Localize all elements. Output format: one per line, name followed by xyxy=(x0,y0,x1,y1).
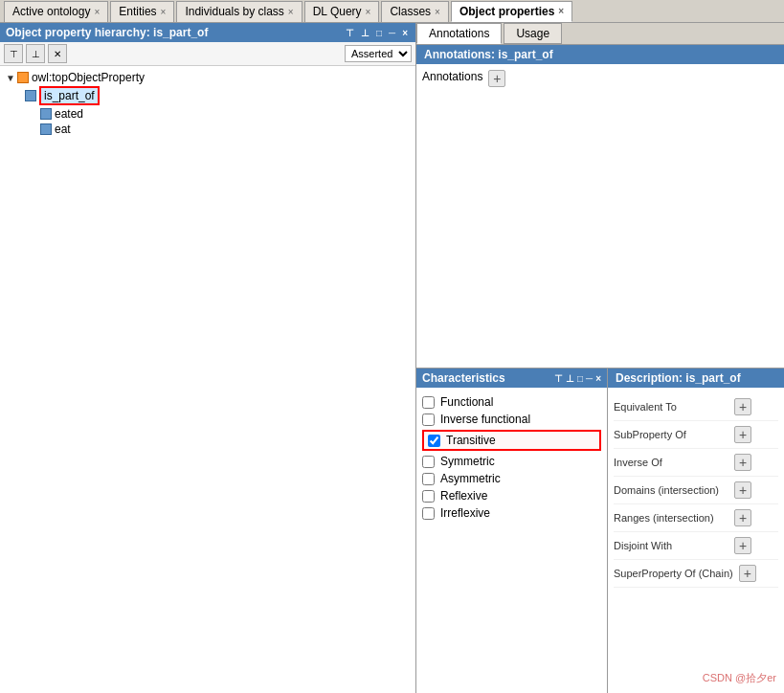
watermark: CSDN @拾夕er xyxy=(703,671,776,685)
char-item-symmetric: Symmetric xyxy=(422,455,601,468)
desc-row-ranges: Ranges (intersection) + xyxy=(614,504,778,532)
tree-item-eat[interactable]: eat xyxy=(4,122,412,137)
functional-checkbox[interactable] xyxy=(422,396,435,409)
desc-content: Equivalent To + SubProperty Of + Inverse… xyxy=(608,388,784,693)
annotations-header: Annotations: is_part_of xyxy=(416,45,784,64)
tree-label: eat xyxy=(55,123,71,136)
remove-property-button[interactable]: ⊥ xyxy=(26,44,45,63)
tab-bar: Active ontology × Entities × Individuals… xyxy=(0,0,784,23)
add-equivalent-button[interactable]: + xyxy=(734,398,751,415)
main-layout: Object property hierarchy: is_part_of ⊤ … xyxy=(0,23,784,693)
desc-row-disjoint: Disjoint With + xyxy=(614,532,778,560)
tab-usage[interactable]: Usage xyxy=(504,23,562,44)
tab-classes[interactable]: Classes × xyxy=(381,1,449,22)
desc-label-equivalent: Equivalent To xyxy=(614,401,728,413)
inverse-functional-label: Inverse functional xyxy=(440,413,530,426)
close-icon[interactable]: × xyxy=(94,7,100,17)
asymmetric-checkbox[interactable] xyxy=(422,473,435,485)
add-annotation-button[interactable]: + xyxy=(488,70,505,87)
annotations-tab-bar: Annotations Usage xyxy=(416,23,784,45)
desc-label-ranges: Ranges (intersection) xyxy=(614,512,728,524)
symmetric-label: Symmetric xyxy=(440,455,495,468)
char-icon1[interactable]: ⊤ xyxy=(554,373,563,384)
close-icon[interactable]: × xyxy=(161,7,167,17)
char-item-inverse-functional: Inverse functional xyxy=(422,413,601,426)
tab-entities[interactable]: Entities × xyxy=(110,1,174,22)
annotations-label: Annotations xyxy=(422,70,482,83)
property-tree: ▼ owl:topObjectProperty is_part_of eated… xyxy=(0,66,415,693)
add-subproperty-of-button[interactable]: + xyxy=(734,426,751,443)
tree-item-eated[interactable]: eated xyxy=(4,106,412,122)
left-panel-header: Object property hierarchy: is_part_of ⊤ … xyxy=(0,23,415,42)
char-item-functional: Functional xyxy=(422,395,601,409)
desc-header: Description: is_part_of xyxy=(608,369,784,388)
desc-label-subproperty: SubProperty Of xyxy=(614,429,728,440)
toggle-icon: ▼ xyxy=(6,73,15,83)
add-subproperty-button[interactable]: ⊤ xyxy=(4,44,23,63)
tab-individuals-by-class[interactable]: Individuals by class × xyxy=(176,1,302,22)
reflexive-checkbox[interactable] xyxy=(422,490,435,503)
close-icon[interactable]: × xyxy=(366,7,371,17)
char-header: Characteristics ⊤ ⊥ □ ─ × xyxy=(416,369,607,388)
characteristics-panel: Characteristics ⊤ ⊥ □ ─ × Functional xyxy=(416,369,608,693)
configure-button[interactable]: ✕ xyxy=(48,44,67,63)
add-superchain-button[interactable]: + xyxy=(739,565,756,582)
panel-header-icons: ⊤ ⊥ □ ─ × xyxy=(344,27,410,39)
asserted-select[interactable]: Asserted Inferred xyxy=(345,45,412,62)
close-panel-icon[interactable]: × xyxy=(400,27,410,39)
desc-row-subproperty: SubProperty Of + xyxy=(614,421,778,449)
description-panel: Description: is_part_of Equivalent To + … xyxy=(608,369,784,693)
reflexive-label: Reflexive xyxy=(440,489,487,503)
tab-annotations[interactable]: Annotations xyxy=(416,23,502,44)
char-header-icons: ⊤ ⊥ □ ─ × xyxy=(554,373,601,384)
tree-item-top[interactable]: ▼ owl:topObjectProperty xyxy=(4,70,412,85)
close-icon[interactable]: × xyxy=(288,7,294,17)
char-content: Functional Inverse functional Transitive xyxy=(416,388,607,693)
tab-object-properties[interactable]: Object properties × xyxy=(451,1,572,22)
tab-active-ontology[interactable]: Active ontology × xyxy=(4,1,108,22)
irreflexive-checkbox[interactable] xyxy=(422,507,435,520)
inverse-functional-checkbox[interactable] xyxy=(422,414,435,426)
right-panel: Annotations Usage Annotations: is_part_o… xyxy=(416,23,784,693)
char-icon3[interactable]: □ xyxy=(577,373,583,384)
asserted-dropdown[interactable]: Asserted Inferred xyxy=(345,45,412,62)
add-disjoint-button[interactable]: + xyxy=(734,537,751,554)
add-domains-button[interactable]: + xyxy=(734,481,751,499)
bottom-layout: Characteristics ⊤ ⊥ □ ─ × Functional xyxy=(416,368,784,693)
minimize-icon[interactable]: ─ xyxy=(387,27,397,39)
selected-property-label: is_part_of xyxy=(39,86,100,105)
add-inverse-button[interactable]: + xyxy=(734,454,751,471)
property-icon xyxy=(40,123,52,135)
bottom-icon[interactable]: ⊥ xyxy=(359,27,371,39)
desc-row-inverse: Inverse Of + xyxy=(614,449,778,477)
close-icon[interactable]: × xyxy=(435,7,440,17)
symmetric-checkbox[interactable] xyxy=(422,456,435,468)
property-icon xyxy=(40,108,52,120)
left-panel: Object property hierarchy: is_part_of ⊤ … xyxy=(0,23,416,693)
transitive-checkbox[interactable] xyxy=(428,435,440,447)
add-ranges-button[interactable]: + xyxy=(734,509,751,526)
char-icon2[interactable]: ⊥ xyxy=(566,373,574,384)
property-icon xyxy=(25,90,36,101)
char-item-reflexive: Reflexive xyxy=(422,489,601,503)
close-icon[interactable]: × xyxy=(558,6,564,16)
desc-label-disjoint: Disjoint With xyxy=(614,540,728,551)
irreflexive-label: Irreflexive xyxy=(440,506,490,520)
tree-item-is-part-of[interactable]: is_part_of xyxy=(4,85,412,106)
left-panel-title: Object property hierarchy: is_part_of xyxy=(6,26,208,39)
annotations-title: Annotations: is_part_of xyxy=(424,48,553,61)
char-item-transitive: Transitive xyxy=(422,430,601,451)
desc-row-equivalent: Equivalent To + xyxy=(614,393,778,421)
toolbar: ⊤ ⊥ ✕ Asserted Inferred xyxy=(0,42,415,66)
char-icon5[interactable]: × xyxy=(595,373,601,384)
char-icon4[interactable]: ─ xyxy=(586,373,593,384)
functional-label: Functional xyxy=(440,395,493,409)
transitive-label: Transitive xyxy=(446,434,496,447)
tab-dl-query[interactable]: DL Query × xyxy=(304,1,380,22)
char-item-asymmetric: Asymmetric xyxy=(422,472,601,485)
window-icon[interactable]: □ xyxy=(374,27,384,39)
property-icon xyxy=(17,72,29,83)
sync-icon[interactable]: ⊤ xyxy=(344,27,356,39)
char-item-irreflexive: Irreflexive xyxy=(422,506,601,520)
char-title: Characteristics xyxy=(422,371,505,385)
